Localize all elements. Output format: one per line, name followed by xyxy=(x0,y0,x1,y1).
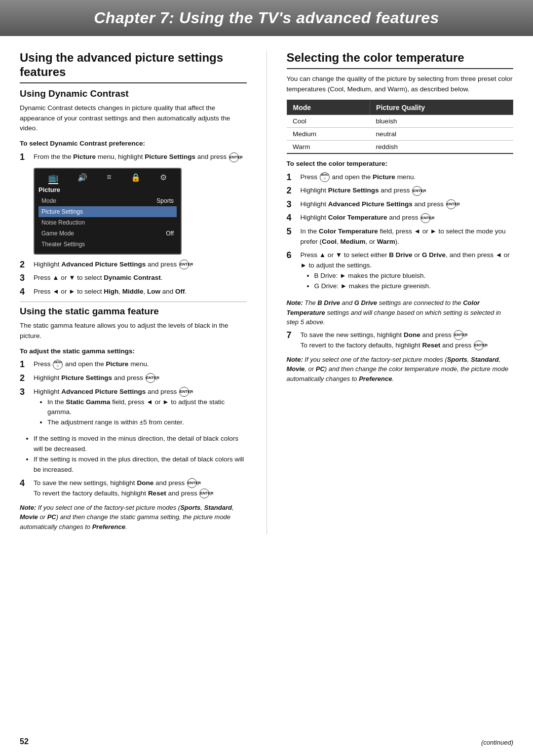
step-heading-2: To adjust the static gamma settings: xyxy=(20,346,247,357)
table-cell-medium-mode: Medium xyxy=(287,127,370,140)
tv-menu-item-noise: Noise Reduction xyxy=(38,217,177,228)
table-row-warm: Warm reddish xyxy=(287,140,513,153)
step-r-6: Press ▲ or ▼ to select either B Drive or… xyxy=(287,250,514,295)
color-temp-intro: You can change the quality of the pictur… xyxy=(287,74,514,95)
static-gamma-intro: The static gamma feature allows you to a… xyxy=(20,321,247,341)
step-r-5: In the Color Temperature field, press ◄ … xyxy=(287,227,514,247)
table-cell-cool-quality: blueish xyxy=(370,114,513,127)
page-number: 52 xyxy=(20,737,29,746)
right-column: Selecting the color temperature You can … xyxy=(287,51,514,534)
table-cell-medium-quality: neutral xyxy=(370,127,513,140)
step-2-4: To save the new settings, highlight Done… xyxy=(20,478,247,499)
enter-button-4: ENTER xyxy=(179,387,189,397)
bullet-b-drive: B Drive: ► makes the picture blueish. xyxy=(314,271,514,281)
chapter-title: Chapter 7: Using the TV's advanced featu… xyxy=(20,9,513,27)
steps-list-1: From the the Picture menu, highlight Pic… xyxy=(20,152,247,163)
enter-button-2: ENTER xyxy=(179,260,189,269)
tv-icon-audio: 🔊 xyxy=(77,173,87,184)
step-2-2: Highlight Picture Settings and press ENT… xyxy=(20,373,247,384)
bullet-g-drive: G Drive: ► makes the picture greenish. xyxy=(314,281,514,292)
menu-button: MENU○ xyxy=(53,360,63,370)
bullet-static-gamma: In the Static Gamma field, press ◄ or ► … xyxy=(47,397,247,418)
tv-top-icons: 📺 🔊 ≡ 🔒 ⚙ xyxy=(38,173,177,184)
step-1-3: Press ▲ or ▼ to select Dynamic Contrast. xyxy=(20,273,247,284)
main-content: Using the advanced picture settings feat… xyxy=(0,36,533,549)
step-2-3-bullets: In the Static Gamma field, press ◄ or ► … xyxy=(47,397,247,428)
tv-icon-setup: ⚙ xyxy=(160,173,167,184)
step-2-1: Press MENU○ and open the Picture menu. xyxy=(20,359,247,370)
step-r-1: Press MENU○ and open the Picture menu. xyxy=(287,172,514,183)
table-row-cool: Cool blueish xyxy=(287,114,513,127)
tv-menu-item-picture-settings: Picture Settings xyxy=(38,206,177,217)
left-column: Using the advanced picture settings feat… xyxy=(20,51,247,534)
step-heading-1: To select Dynamic Contrast preference: xyxy=(20,139,247,149)
step-1-2: Highlight Advanced Picture Settings and … xyxy=(20,260,247,270)
enter-button-6: ENTER xyxy=(199,489,209,498)
tv-menu-item-mode: ModeSports xyxy=(38,195,177,206)
color-temp-table: Mode Picture Quality Cool blueish Medium… xyxy=(287,100,514,154)
enter-button-5: ENTER xyxy=(187,478,197,488)
bullet-adjustment-range: The adjustment range is within ±5 from c… xyxy=(47,417,247,428)
step-r-6-bullets: B Drive: ► makes the picture blueish. G … xyxy=(314,271,514,292)
bullet-minus-direction: If the setting is moved in the minus dir… xyxy=(34,434,247,454)
table-cell-warm-mode: Warm xyxy=(287,140,370,153)
subsection-title-2: Using the static gamma feature xyxy=(20,306,247,317)
step-heading-color-temp: To select the color temperature: xyxy=(287,159,514,169)
tv-screenshot-container: 📺 🔊 ≡ 🔒 ⚙ Picture ModeSports Picture Set… xyxy=(34,168,247,255)
divider-1 xyxy=(20,302,247,302)
continued-label: (continued) xyxy=(481,739,513,746)
enter-button-3: ENTER xyxy=(146,373,155,383)
step-r-3: Highlight Advanced Picture Settings and … xyxy=(287,199,514,210)
chapter-header: Chapter 7: Using the TV's advanced featu… xyxy=(0,0,533,36)
table-row-medium: Medium neutral xyxy=(287,127,513,140)
tv-menu-label: Picture xyxy=(38,186,177,193)
tv-menu-item-theater: Theater Settings xyxy=(38,239,177,250)
step-1-4: Press ◄ or ► to select High, Middle, Low… xyxy=(20,287,247,298)
enter-button-r4: ENTER xyxy=(420,213,430,223)
tv-menu-item-game: Game ModeOff xyxy=(38,228,177,239)
table-header-quality: Picture Quality xyxy=(370,100,513,115)
step-r-4: Highlight Color Temperature and press EN… xyxy=(287,213,514,224)
note-bdrive-gdrive: Note: The B Drive and G Drive settings a… xyxy=(287,298,514,327)
enter-button: ENTER xyxy=(229,152,239,162)
step-1-1: From the the Picture menu, highlight Pic… xyxy=(20,152,247,163)
step-r-2: Highlight Picture Settings and press ENT… xyxy=(287,186,514,196)
bullet-plus-direction: If the setting is moved in the plus dire… xyxy=(34,454,247,475)
tv-screenshot: 📺 🔊 ≡ 🔒 ⚙ Picture ModeSports Picture Set… xyxy=(34,168,182,255)
section-title-left: Using the advanced picture settings feat… xyxy=(20,51,247,83)
tv-icon-lock: 🔒 xyxy=(131,173,141,184)
steps-list-1b: Highlight Advanced Picture Settings and … xyxy=(20,260,247,298)
tv-icon-picture: 📺 xyxy=(48,173,58,184)
note-factory-modes: Note: If you select one of the factory-s… xyxy=(287,355,514,384)
enter-button-r3: ENTER xyxy=(446,199,456,209)
steps-list-2b: To save the new settings, highlight Done… xyxy=(20,478,247,499)
table-cell-cool-mode: Cool xyxy=(287,114,370,127)
step-2-3: Highlight Advanced Picture Settings and … xyxy=(20,387,247,431)
enter-button-r7a: ENTER xyxy=(454,330,463,340)
tv-icon-settings: ≡ xyxy=(107,173,111,184)
steps-list-2: Press MENU○ and open the Picture menu. H… xyxy=(20,359,247,431)
note-static-gamma: Note: If you select one of the factory-s… xyxy=(20,503,247,532)
section-title-right: Selecting the color temperature xyxy=(287,51,514,69)
menu-button-right: MENU○ xyxy=(320,172,330,182)
subsection-title-1: Using Dynamic Contrast xyxy=(20,88,247,99)
steps-list-right: Press MENU○ and open the Picture menu. H… xyxy=(287,172,514,295)
subsection-static-gamma: Using the static gamma feature The stati… xyxy=(20,306,247,532)
table-header-mode: Mode xyxy=(287,100,370,115)
subsection-dynamic-contrast: Using Dynamic Contrast Dynamic Contrast … xyxy=(20,88,247,298)
column-divider xyxy=(266,51,267,534)
steps-list-right-b: To save the new settings, highlight Done… xyxy=(287,330,514,351)
dynamic-contrast-intro: Dynamic Contrast detects changes in pict… xyxy=(20,103,247,134)
step-r-7: To save the new settings, highlight Done… xyxy=(287,330,514,351)
enter-button-r7b: ENTER xyxy=(474,340,484,350)
table-cell-warm-quality: reddish xyxy=(370,140,513,153)
bullets-after-step3: If the setting is moved in the minus dir… xyxy=(34,434,247,475)
enter-button-r2: ENTER xyxy=(412,186,422,196)
